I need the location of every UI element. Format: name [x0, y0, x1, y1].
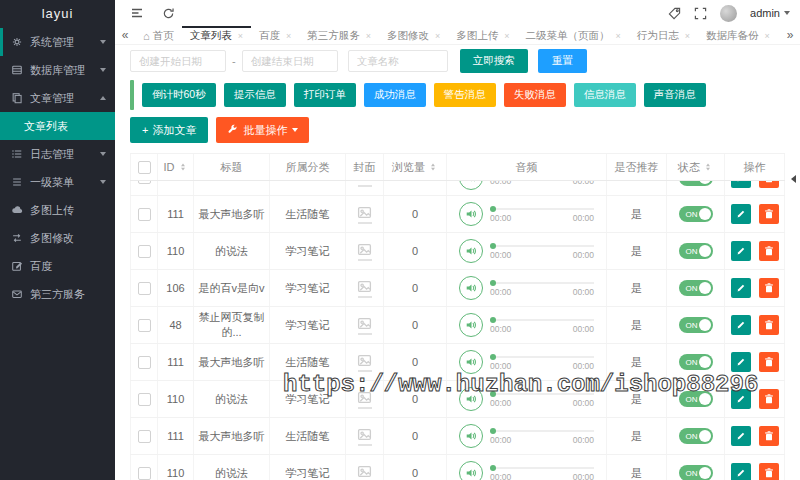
demo-button[interactable]: 倒计时60秒 [142, 83, 216, 107]
row-checkbox[interactable] [138, 208, 151, 221]
audio-progress-dot[interactable] [490, 428, 496, 434]
audio-progress-dot[interactable] [490, 206, 496, 212]
audio-progress-dot[interactable] [490, 465, 496, 471]
audio-play-button[interactable] [459, 461, 483, 480]
row-checkbox[interactable] [138, 245, 151, 258]
sort-icon[interactable] [703, 162, 713, 172]
audio-play-button[interactable] [459, 239, 483, 263]
audio-play-button[interactable] [459, 424, 483, 448]
tab-active[interactable]: 文章列表× [182, 26, 251, 44]
status-toggle[interactable]: ON [679, 181, 713, 186]
edit-button[interactable] [731, 181, 751, 188]
demo-button[interactable]: 警告消息 [434, 83, 496, 107]
audio-play-button[interactable] [459, 202, 483, 226]
add-article-button[interactable]: + 添加文章 [130, 117, 208, 143]
edit-button[interactable] [731, 426, 751, 446]
audio-play-button[interactable] [459, 350, 483, 374]
audio-progress-bar[interactable] [490, 245, 594, 247]
batch-operation-button[interactable]: 批量操作 [216, 117, 309, 143]
sidebar-item[interactable]: 文章管理 [0, 84, 115, 112]
sidebar-item[interactable]: 多图上传 [0, 196, 115, 224]
tab-item[interactable]: 行为日志× [629, 26, 698, 44]
delete-button[interactable] [759, 315, 779, 335]
tab-close-icon[interactable]: × [615, 31, 620, 41]
sidebar-item[interactable]: 日志管理 [0, 140, 115, 168]
delete-button[interactable] [759, 204, 779, 224]
delete-button[interactable] [759, 389, 779, 409]
tab-close-icon[interactable]: × [286, 31, 291, 41]
demo-button[interactable]: 失败消息 [504, 83, 566, 107]
tab-close-icon[interactable]: × [435, 31, 440, 41]
delete-button[interactable] [759, 426, 779, 446]
delete-button[interactable] [759, 278, 779, 298]
tab-item[interactable]: 数据库备份× [698, 26, 778, 44]
edit-button[interactable] [731, 278, 751, 298]
audio-progress-bar[interactable] [490, 393, 594, 395]
row-checkbox[interactable] [138, 356, 151, 369]
delete-button[interactable] [759, 352, 779, 372]
audio-progress-bar[interactable] [490, 208, 594, 210]
tab-close-icon[interactable]: × [685, 31, 690, 41]
audio-progress-dot[interactable] [490, 391, 496, 397]
tab-close-icon[interactable]: × [765, 31, 770, 41]
tab-close-icon[interactable]: × [504, 31, 509, 41]
tab-item[interactable]: 多图修改× [379, 26, 448, 44]
fullscreen-icon[interactable] [694, 7, 707, 20]
delete-button[interactable] [759, 463, 779, 480]
tab-close-icon[interactable]: × [238, 31, 243, 41]
audio-progress-bar[interactable] [490, 319, 594, 321]
edit-button[interactable] [731, 315, 751, 335]
refresh-icon[interactable] [162, 7, 175, 20]
tab-item[interactable]: 二级菜单（页面）× [517, 26, 628, 44]
tab-item[interactable]: 第三方服务× [299, 26, 379, 44]
edit-button[interactable] [731, 204, 751, 224]
status-toggle[interactable]: ON [679, 243, 713, 259]
demo-button[interactable]: 打印订单 [294, 83, 356, 107]
tabs-scroll-left[interactable]: « [115, 26, 135, 44]
tab-item[interactable]: 多图上传× [448, 26, 517, 44]
sidebar-subitem[interactable]: 文章列表 [0, 112, 115, 140]
row-checkbox[interactable] [138, 467, 151, 480]
edit-button[interactable] [731, 241, 751, 261]
tabs-scroll-right[interactable]: » [780, 26, 800, 44]
end-date-input[interactable] [242, 50, 338, 72]
sort-icon[interactable] [178, 162, 188, 172]
audio-play-button[interactable] [459, 276, 483, 300]
status-toggle[interactable]: ON [679, 391, 713, 407]
audio-progress-bar[interactable] [490, 430, 594, 432]
status-toggle[interactable]: ON [679, 428, 713, 444]
audio-progress-dot[interactable] [490, 280, 496, 286]
status-toggle[interactable]: ON [679, 317, 713, 333]
audio-play-button[interactable] [459, 387, 483, 411]
collapse-sidebar-icon[interactable] [130, 6, 144, 20]
search-button[interactable]: 立即搜索 [460, 49, 528, 73]
sidebar-item[interactable]: 第三方服务 [0, 280, 115, 308]
demo-button[interactable]: 提示信息 [224, 83, 286, 107]
edit-button[interactable] [731, 352, 751, 372]
row-checkbox[interactable] [138, 393, 151, 406]
edit-button[interactable] [731, 463, 751, 480]
row-checkbox[interactable] [138, 181, 151, 184]
row-checkbox[interactable] [138, 282, 151, 295]
tab-close-icon[interactable]: × [366, 31, 371, 41]
audio-play-button[interactable] [459, 313, 483, 337]
audio-progress-dot[interactable] [490, 317, 496, 323]
article-name-input[interactable] [348, 50, 448, 72]
status-toggle[interactable]: ON [679, 206, 713, 222]
audio-progress-bar[interactable] [490, 282, 594, 284]
row-checkbox[interactable] [138, 430, 151, 443]
delete-button[interactable] [759, 241, 779, 261]
demo-button[interactable]: 成功消息 [364, 83, 426, 107]
sort-icon[interactable] [428, 162, 438, 172]
audio-play-button[interactable] [459, 181, 483, 190]
status-toggle[interactable]: ON [679, 280, 713, 296]
edit-button[interactable] [731, 389, 751, 409]
audio-progress-bar[interactable] [490, 467, 594, 469]
status-toggle[interactable]: ON [679, 354, 713, 370]
delete-button[interactable] [759, 181, 779, 188]
tab-item[interactable]: 百度× [251, 26, 299, 44]
tab-item[interactable]: ⌂首页 [135, 26, 182, 44]
start-date-input[interactable] [130, 50, 226, 72]
select-all-checkbox[interactable] [138, 161, 151, 174]
sidebar-item[interactable]: 数据库管理 [0, 56, 115, 84]
